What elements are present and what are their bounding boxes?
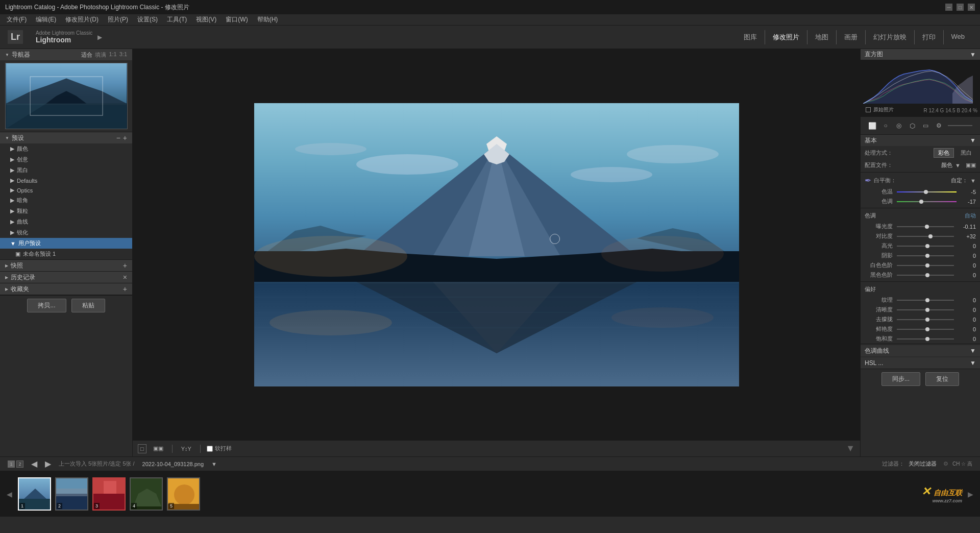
whites-slider[interactable]: [897, 262, 954, 269]
whites-thumb[interactable]: [925, 263, 929, 268]
nav-book[interactable]: 画册: [837, 30, 866, 44]
film-thumb-5[interactable]: 5: [167, 477, 200, 511]
texture-thumb[interactable]: [925, 298, 929, 302]
filmstrip-right-panel-toggle[interactable]: ▶: [966, 490, 975, 498]
soft-proof-checkbox[interactable]: [207, 446, 213, 452]
zoom-1-1[interactable]: 1:1: [109, 51, 116, 59]
color-temp-thumb[interactable]: [924, 190, 928, 194]
close-button[interactable]: ✕: [968, 4, 975, 11]
tone-curve-header[interactable]: 色调曲线 ▼: [861, 345, 980, 356]
zoom-fit[interactable]: 适合: [81, 51, 92, 59]
heal-tool[interactable]: ○: [879, 120, 892, 131]
profile-dropdown[interactable]: ▼: [955, 162, 961, 168]
nav-library[interactable]: 图库: [736, 30, 765, 44]
exposure-slider[interactable]: [897, 223, 954, 230]
nav-slideshow[interactable]: 幻灯片放映: [866, 30, 915, 44]
nav-print[interactable]: 打印: [915, 30, 944, 44]
highlights-thumb[interactable]: [925, 244, 929, 248]
menu-photo[interactable]: 照片(P): [104, 14, 132, 25]
preset-group-vignette[interactable]: ▶ 暗角: [0, 195, 132, 206]
view-before-after[interactable]: ▣▣: [151, 444, 166, 453]
nav-next-btn[interactable]: ▶: [45, 459, 51, 469]
treatment-bw[interactable]: 黑白: [957, 149, 976, 157]
filename-dropdown[interactable]: ▼: [211, 461, 217, 467]
radial-tool[interactable]: ⬡: [905, 120, 919, 131]
blacks-thumb[interactable]: [925, 273, 929, 277]
color-temp-slider[interactable]: [897, 188, 957, 196]
contrast-slider[interactable]: [897, 233, 954, 240]
menu-file[interactable]: 文件(F): [3, 14, 31, 25]
nav-map[interactable]: 地图: [807, 30, 837, 44]
presets-header[interactable]: ▼ 预设 − +: [0, 132, 132, 143]
tool-slider[interactable]: [948, 125, 972, 126]
vibrance-slider[interactable]: [897, 326, 954, 333]
user-preset-item-1[interactable]: ▣ 未命名预设 1: [0, 249, 132, 259]
texture-slider[interactable]: [897, 297, 954, 304]
history-header[interactable]: ▶ 历史记录 ×: [0, 272, 132, 283]
snapshots-plus-btn[interactable]: +: [123, 261, 127, 270]
film-thumb-3[interactable]: 3: [92, 477, 126, 511]
crop-tool[interactable]: ⬜: [866, 120, 879, 131]
exposure-thumb[interactable]: [925, 225, 929, 229]
tint-slider[interactable]: [897, 198, 957, 205]
film-thumb-1[interactable]: 1: [18, 477, 51, 511]
original-photo-checkbox[interactable]: [866, 107, 871, 112]
navigator-header[interactable]: ▼ 导航器 适合 填满 1:1 3:1: [0, 49, 132, 60]
blacks-slider[interactable]: [897, 272, 954, 279]
page-1[interactable]: 1: [8, 461, 15, 468]
preset-group-creative[interactable]: ▶ 创意: [0, 154, 132, 165]
nav-web[interactable]: Web: [944, 30, 973, 44]
filmstrip-left-panel-toggle[interactable]: ◀: [5, 490, 14, 498]
wb-value[interactable]: 自定：: [951, 177, 968, 184]
maximize-button[interactable]: □: [957, 4, 964, 11]
dehaze-thumb[interactable]: [925, 318, 929, 322]
settings-tool[interactable]: ⚙: [932, 120, 945, 131]
shadows-slider[interactable]: [897, 252, 954, 259]
minimize-button[interactable]: ─: [945, 4, 952, 11]
presets-minus-btn[interactable]: −: [116, 134, 120, 142]
preset-user-presets[interactable]: ▼ 用户预设: [0, 238, 132, 249]
filter-value[interactable]: 关闭过滤器: [909, 460, 937, 468]
sync-button[interactable]: 同步...: [881, 372, 920, 386]
menu-settings[interactable]: 设置(S): [133, 14, 162, 25]
paste-button[interactable]: 粘贴: [71, 299, 105, 312]
shadows-thumb[interactable]: [925, 254, 929, 258]
vibrance-thumb[interactable]: [925, 327, 929, 331]
basic-expand-arrow[interactable]: ▼: [970, 137, 976, 144]
dehaze-slider[interactable]: [897, 316, 954, 323]
zoom-3-1[interactable]: 3:1: [119, 51, 127, 59]
preset-group-color[interactable]: ▶ 颜色: [0, 143, 132, 154]
toolbar-expand-btn[interactable]: ▼: [846, 443, 855, 453]
tone-auto-btn[interactable]: 自动: [965, 212, 976, 220]
profile-value[interactable]: 颜色: [941, 161, 952, 169]
copy-button[interactable]: 拷贝...: [27, 299, 66, 312]
reset-button[interactable]: 复位: [925, 372, 959, 386]
film-thumb-2[interactable]: 2: [55, 477, 88, 511]
menu-tools[interactable]: 工具(T): [163, 14, 191, 25]
film-thumb-4[interactable]: 4: [130, 477, 163, 511]
clarity-slider[interactable]: [897, 306, 954, 313]
collections-plus-btn[interactable]: +: [123, 285, 127, 293]
nav-develop[interactable]: 修改照片: [765, 30, 807, 44]
hsl-header[interactable]: HSL ... ▼: [861, 357, 980, 369]
preset-group-optics[interactable]: ▶ Optics: [0, 185, 132, 195]
saturation-slider[interactable]: [897, 335, 954, 343]
snapshots-header[interactable]: ▶ 快照 +: [0, 260, 132, 271]
wb-eyedropper[interactable]: ✒: [865, 176, 871, 185]
basic-section-header[interactable]: 基本 ▼: [861, 135, 980, 146]
wb-dropdown[interactable]: ▼: [970, 178, 976, 184]
redeye-tool[interactable]: ◎: [892, 120, 905, 131]
preset-group-sharpen[interactable]: ▶ 锐化: [0, 227, 132, 238]
menu-view[interactable]: 视图(V): [192, 14, 220, 25]
clarity-thumb[interactable]: [925, 308, 929, 312]
treatment-color[interactable]: 彩色: [934, 148, 954, 158]
view-yx[interactable]: Y↕Y: [179, 444, 194, 453]
contrast-thumb[interactable]: [928, 234, 933, 238]
tint-thumb[interactable]: [919, 200, 923, 204]
highlights-slider[interactable]: [897, 243, 954, 250]
menu-edit[interactable]: 编辑(E): [32, 14, 60, 25]
navigator-thumbnail[interactable]: [5, 63, 128, 129]
menu-window[interactable]: 窗口(W): [222, 14, 252, 25]
history-close-btn[interactable]: ×: [123, 273, 127, 281]
preset-group-curve[interactable]: ▶ 曲线: [0, 216, 132, 227]
